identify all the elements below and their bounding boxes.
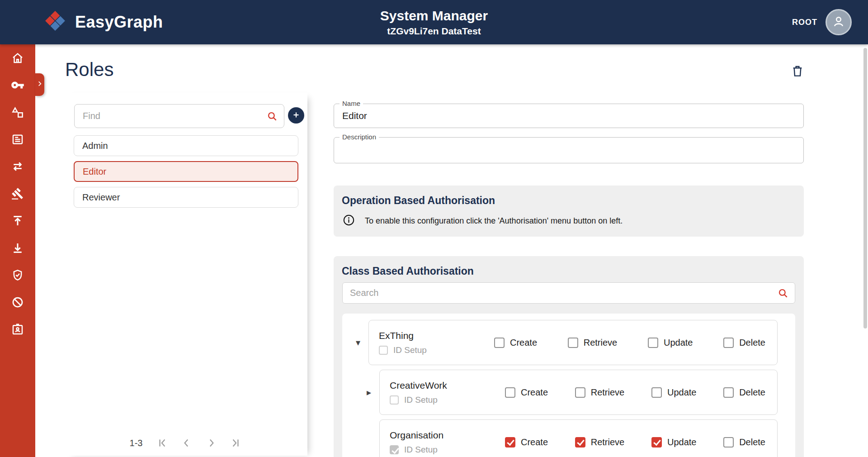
home-icon[interactable]: [0, 44, 35, 71]
class-row: ▸CreativeWorkID SetupCreateRetrieveUpdat…: [348, 370, 778, 415]
id-setup: ID Setup: [390, 395, 505, 405]
expand-caret-icon[interactable]: ▾: [348, 337, 368, 348]
find-input[interactable]: [74, 104, 284, 128]
perm-label: Create: [521, 437, 548, 447]
permissions: CreateRetrieveUpdateDelete: [505, 387, 765, 398]
first-page-button[interactable]: [156, 437, 169, 449]
app-subtitle: tZGv9Li7en DataTest: [387, 26, 481, 37]
perm-update[interactable]: Update: [651, 437, 697, 447]
role-list: AdminEditorReviewer: [74, 135, 298, 213]
update-checkbox[interactable]: [651, 387, 662, 398]
perm-update[interactable]: Update: [648, 338, 693, 348]
perm-retrieve[interactable]: Retrieve: [568, 338, 617, 348]
operation-auth-info-text: To enable this configuration click the '…: [365, 216, 623, 226]
next-page-button[interactable]: [205, 437, 217, 449]
user-label: ROOT: [792, 18, 817, 27]
class-row-box: ExThingID SetupCreateRetrieveUpdateDelet…: [368, 320, 778, 365]
search-icon: [266, 110, 278, 124]
page-range: 1-3: [130, 438, 143, 448]
chevron-right-icon: [37, 81, 43, 89]
info-icon: [343, 214, 355, 228]
swap-arrows-icon[interactable]: [0, 153, 35, 180]
download-icon[interactable]: [0, 234, 35, 262]
brand-name: EasyGraph: [75, 13, 163, 32]
description-field: Description: [334, 137, 804, 163]
news-icon[interactable]: [0, 126, 35, 153]
perm-update[interactable]: Update: [651, 387, 697, 398]
create-checkbox[interactable]: [505, 387, 515, 398]
perm-retrieve[interactable]: Retrieve: [575, 437, 624, 447]
perm-label: Update: [667, 437, 697, 447]
badge-icon[interactable]: [0, 316, 35, 343]
perm-label: Update: [664, 338, 693, 348]
create-checkbox[interactable]: [494, 338, 505, 348]
class-name: Organisation: [390, 430, 505, 441]
scrollbar-thumb[interactable]: [863, 48, 867, 328]
delete-checkbox[interactable]: [723, 387, 734, 398]
description-input[interactable]: [334, 138, 803, 163]
brand: EasyGraph: [43, 0, 163, 44]
name-input[interactable]: [334, 104, 803, 128]
retrieve-checkbox[interactable]: [575, 437, 585, 447]
expand-caret-icon[interactable]: ▸: [359, 387, 379, 398]
class-search-field: [342, 282, 795, 304]
id-setup-checkbox: [390, 395, 399, 405]
shield-check-icon[interactable]: [0, 262, 35, 289]
class-row-header: OrganisationID Setup: [390, 430, 505, 455]
class-auth-section: Class Based Authorisation ▾ExThingID Set…: [334, 256, 804, 457]
upload-icon[interactable]: [0, 207, 35, 234]
block-icon[interactable]: [0, 289, 35, 316]
sidebar: [0, 44, 35, 457]
delete-checkbox[interactable]: [723, 437, 734, 447]
hierarchy-icon[interactable]: [0, 99, 35, 126]
sidebar-expand-tab[interactable]: [35, 73, 44, 96]
class-search-input[interactable]: [342, 282, 795, 304]
perm-label: Delete: [739, 387, 765, 398]
user-avatar[interactable]: [826, 9, 852, 35]
retrieve-checkbox[interactable]: [575, 387, 585, 398]
perm-retrieve[interactable]: Retrieve: [575, 387, 624, 398]
role-list-item[interactable]: Editor: [74, 161, 298, 182]
key-icon[interactable]: [0, 71, 35, 99]
add-role-button[interactable]: [288, 107, 304, 124]
delete-checkbox[interactable]: [723, 338, 734, 348]
create-checkbox[interactable]: [505, 437, 515, 447]
role-list-item[interactable]: Reviewer: [74, 187, 298, 208]
perm-delete[interactable]: Delete: [723, 387, 765, 398]
update-checkbox[interactable]: [651, 437, 662, 447]
perm-create[interactable]: Create: [494, 338, 537, 348]
previous-page-button[interactable]: [180, 437, 193, 449]
name-field: Name: [334, 104, 804, 128]
trash-icon: [790, 64, 805, 80]
description-field-label: Description: [340, 133, 379, 141]
update-checkbox[interactable]: [648, 338, 658, 348]
class-row-box: OrganisationID SetupCreateRetrieveUpdate…: [379, 419, 778, 457]
pagination: 1-3: [64, 437, 307, 449]
perm-create[interactable]: Create: [505, 387, 548, 398]
delete-role-button[interactable]: [788, 62, 807, 81]
gavel-icon[interactable]: [0, 180, 35, 207]
perm-create[interactable]: Create: [505, 437, 548, 447]
role-list-item[interactable]: Admin: [74, 135, 298, 156]
perm-delete[interactable]: Delete: [723, 338, 765, 348]
id-setup: ID Setup: [390, 445, 505, 455]
plus-icon: [291, 110, 301, 121]
class-row-header: ExThingID Setup: [379, 330, 494, 355]
retrieve-checkbox[interactable]: [568, 338, 578, 348]
id-setup: ID Setup: [379, 345, 494, 355]
operation-auth-section: Operation Based Authorisation To enable …: [334, 186, 804, 237]
find-field: [74, 104, 284, 128]
id-setup-checkbox: [379, 346, 388, 355]
class-tree: ▾ExThingID SetupCreateRetrieveUpdateDele…: [342, 314, 795, 457]
last-page-button[interactable]: [229, 437, 242, 449]
header-center: System Manager tZGv9Li7en DataTest: [380, 0, 488, 44]
id-setup-checkbox: [390, 445, 399, 454]
class-name: CreativeWork: [390, 380, 505, 391]
class-auth-title: Class Based Authorisation: [334, 256, 804, 277]
class-row-box: CreativeWorkID SetupCreateRetrieveUpdate…: [379, 370, 778, 415]
easygraph-logo-icon: [43, 11, 67, 33]
header-right: ROOT: [792, 0, 852, 44]
permissions: CreateRetrieveUpdateDelete: [505, 437, 765, 447]
perm-delete[interactable]: Delete: [723, 437, 765, 447]
class-name: ExThing: [379, 330, 494, 341]
